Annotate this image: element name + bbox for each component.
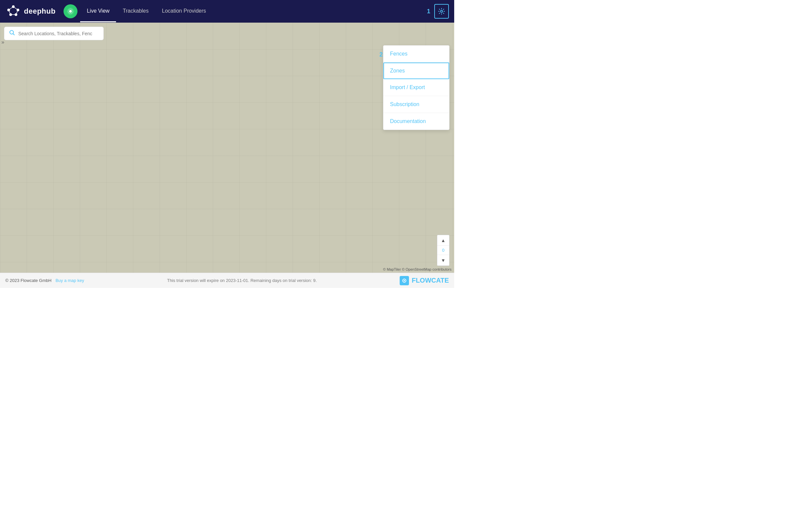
flowcate-icon bbox=[400, 276, 409, 285]
search-input[interactable] bbox=[18, 31, 99, 36]
footer-copyright: © 2023 Flowcate GmbH bbox=[5, 278, 52, 283]
dropdown-item-zones[interactable]: Zones bbox=[383, 62, 449, 79]
zoom-down-button[interactable]: ▼ bbox=[437, 255, 449, 266]
dropdown-item-documentation[interactable]: Documentation bbox=[383, 113, 449, 130]
deephub-logo-icon bbox=[5, 3, 21, 19]
map-area[interactable]: » © MapTiler © OpenStreetMap contributor… bbox=[0, 23, 454, 273]
dropdown-menu: Fences Zones Import / Export Subscriptio… bbox=[383, 45, 450, 130]
zoom-controls: ▲ 0 ▼ bbox=[437, 235, 450, 266]
footer-right: FLOWCATE bbox=[400, 276, 449, 285]
nav-links: Live View Trackables Location Providers bbox=[80, 1, 427, 22]
svg-line-15 bbox=[13, 34, 15, 35]
search-icon bbox=[9, 30, 15, 37]
svg-point-13 bbox=[440, 10, 442, 12]
svg-point-10 bbox=[69, 10, 72, 13]
svg-line-5 bbox=[8, 7, 13, 10]
flowcate-label: FLOWCATE bbox=[412, 277, 449, 284]
logo-text: deephub bbox=[24, 7, 56, 16]
map-attribution: © MapTiler © OpenStreetMap contributors bbox=[383, 267, 452, 271]
svg-line-6 bbox=[13, 7, 18, 10]
nav-right: 1 bbox=[427, 4, 449, 19]
logo-area: deephub bbox=[5, 3, 56, 19]
settings-badge: 1 bbox=[427, 8, 430, 15]
dropdown-badge: 2 bbox=[379, 51, 383, 58]
zoom-value: 0 bbox=[437, 246, 449, 255]
live-indicator-button[interactable] bbox=[63, 4, 77, 18]
nav-link-trackables[interactable]: Trackables bbox=[116, 1, 155, 22]
zoom-up-button[interactable]: ▲ bbox=[437, 235, 449, 246]
settings-button[interactable] bbox=[434, 4, 449, 19]
svg-point-17 bbox=[404, 280, 405, 281]
footer-trial-text: This trial version will expire on 2023-1… bbox=[88, 278, 396, 283]
dropdown-item-import-export[interactable]: Import / Export bbox=[383, 79, 449, 96]
dropdown-item-subscription[interactable]: Subscription bbox=[383, 96, 449, 113]
footer-buy-key-link[interactable]: Buy a map key bbox=[56, 278, 84, 283]
dropdown-item-fences[interactable]: Fences bbox=[383, 45, 449, 62]
navbar: deephub Live View Trackables Location Pr… bbox=[0, 0, 454, 23]
footer-bar: © 2023 Flowcate GmbH Buy a map key This … bbox=[0, 273, 454, 288]
expand-arrows[interactable]: » bbox=[1, 39, 4, 45]
search-container bbox=[4, 26, 104, 40]
nav-link-location-providers[interactable]: Location Providers bbox=[155, 1, 213, 22]
nav-link-live-view[interactable]: Live View bbox=[80, 1, 116, 22]
